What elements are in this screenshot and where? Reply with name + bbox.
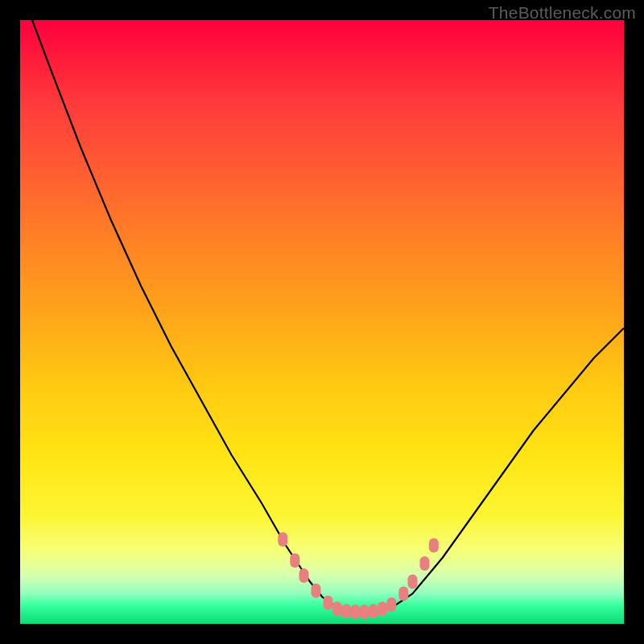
curve-marker xyxy=(369,604,378,618)
curve-marker xyxy=(312,584,321,598)
curve-marker xyxy=(420,556,430,571)
curve-marker xyxy=(290,553,299,568)
curve-marker xyxy=(360,605,369,619)
curve-marker xyxy=(429,539,439,553)
curve-marker xyxy=(278,532,287,547)
plot-area xyxy=(20,20,624,624)
curve-marker xyxy=(324,596,333,610)
curve-marker xyxy=(350,605,360,619)
curve-marker xyxy=(398,587,408,601)
curve-markers xyxy=(278,532,439,619)
curve-marker xyxy=(299,568,309,583)
chart-frame: TheBottleneck.com xyxy=(0,0,644,644)
curve-marker xyxy=(408,575,418,589)
curve-marker xyxy=(332,601,342,616)
watermark-text: TheBottleneck.com xyxy=(489,3,636,23)
curve-marker xyxy=(386,597,396,612)
curve-svg xyxy=(20,20,624,624)
bottleneck-curve xyxy=(32,20,624,612)
curve-marker xyxy=(378,601,387,616)
curve-marker xyxy=(341,604,351,618)
